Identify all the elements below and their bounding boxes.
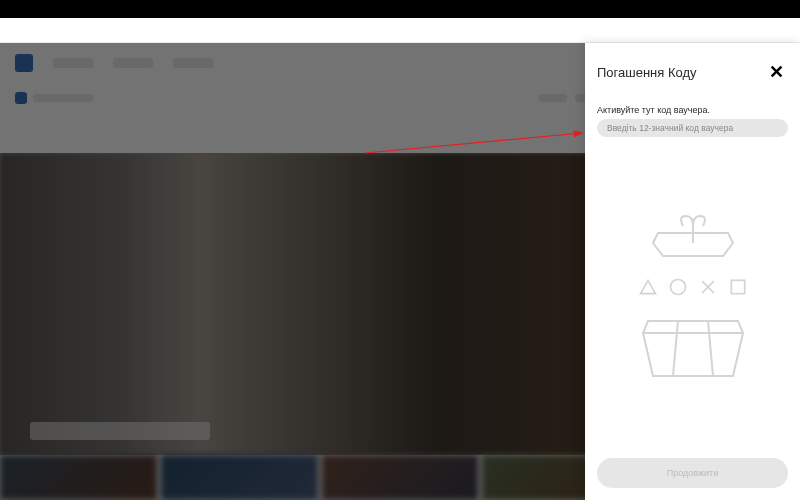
circle-icon	[668, 277, 688, 297]
nav-blur	[173, 58, 213, 68]
instruction-text: Активуйте тут код ваучера.	[597, 105, 788, 115]
svg-line-8	[708, 321, 713, 376]
continue-button[interactable]: Продовжити	[597, 458, 788, 488]
icon-blur	[15, 92, 27, 104]
playstation-symbols	[638, 277, 748, 297]
redeem-code-panel: Погашення Коду ✕ Активуйте тут код вауче…	[585, 43, 800, 500]
svg-point-4	[670, 279, 685, 294]
nav-blur	[53, 58, 93, 68]
nav-blur	[113, 58, 153, 68]
svg-line-7	[673, 321, 678, 376]
gift-illustration	[597, 137, 788, 458]
browser-address-bar	[0, 18, 800, 43]
svg-rect-5	[731, 280, 744, 293]
voucher-code-input[interactable]	[597, 119, 788, 137]
menu-blur	[539, 94, 567, 102]
hero-caption-blur	[30, 422, 210, 440]
logo-blur	[15, 54, 33, 72]
cross-icon	[698, 277, 718, 297]
close-button[interactable]: ✕	[765, 61, 788, 83]
close-icon: ✕	[769, 62, 784, 82]
browser-tab-bar	[0, 0, 800, 18]
panel-header: Погашення Коду ✕	[597, 61, 788, 83]
triangle-icon	[638, 277, 658, 297]
gift-lid-icon	[648, 211, 738, 263]
text-blur	[33, 94, 93, 102]
gift-box-icon	[638, 311, 748, 385]
main-area: Погашення Коду ✕ Активуйте тут код вауче…	[0, 43, 800, 500]
panel-title: Погашення Коду	[597, 65, 697, 80]
square-icon	[728, 277, 748, 297]
